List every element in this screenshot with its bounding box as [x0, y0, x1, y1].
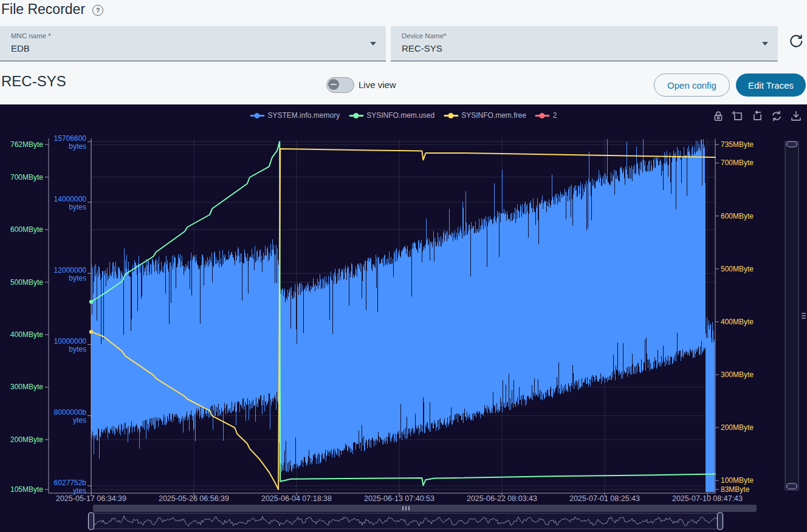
legend-label: SYSTEM.info.memory — [267, 111, 340, 120]
svg-text:83MByte: 83MByte — [721, 485, 750, 494]
vertical-slider-top-handle[interactable] — [787, 142, 797, 147]
svg-text:200MByte: 200MByte — [10, 435, 43, 444]
legend-marker — [349, 115, 363, 117]
svg-text:400MByte: 400MByte — [10, 330, 43, 339]
svg-text:8000000b: 8000000b — [54, 408, 87, 417]
legend-label: SYSINFO.mem.used — [366, 111, 434, 120]
chart-canvas: 762MByte700MByte600MByte500MByte400MByte… — [0, 104, 807, 532]
svg-text:500MByte: 500MByte — [10, 278, 43, 287]
legend-marker — [250, 115, 264, 117]
svg-text:300MByte: 300MByte — [10, 383, 43, 391]
legend-label: SYSINFO.mem.free — [461, 111, 526, 120]
legend-label: 2 — [553, 111, 557, 120]
svg-text:bytes: bytes — [69, 142, 86, 151]
svg-text:2025-07-01 08:25:43: 2025-07-01 08:25:43 — [569, 494, 640, 503]
chart-toolbox — [712, 110, 802, 122]
chart-refresh-icon[interactable] — [771, 110, 783, 122]
refresh-button[interactable] — [788, 33, 804, 49]
legend-item-sysinfo-mem-free[interactable]: SYSINFO.mem.free — [444, 111, 526, 120]
mnc-name-label: MNC name * — [11, 32, 51, 39]
zoom-select-icon[interactable] — [732, 110, 744, 122]
legend-item-system-info-memory[interactable]: SYSTEM.info.memory — [250, 111, 340, 120]
svg-text:105MByte: 105MByte — [10, 485, 43, 494]
svg-text:700MByte: 700MByte — [721, 159, 754, 167]
device-title: REC-SYS — [1, 73, 66, 90]
svg-text:200MByte: 200MByte — [721, 423, 754, 432]
chart-panel: 762MByte700MByte600MByte500MByte400MByte… — [0, 104, 807, 532]
svg-text:2025-07-10 08:47:43: 2025-07-10 08:47:43 — [672, 494, 743, 503]
svg-text:12000000: 12000000 — [54, 266, 87, 275]
svg-text:735MByte: 735MByte — [721, 140, 754, 149]
chevron-down-icon — [370, 42, 376, 46]
svg-text:15706600: 15706600 — [54, 134, 87, 143]
series-system-info-memory — [92, 139, 715, 492]
open-config-button[interactable]: Open config — [654, 73, 730, 97]
device-name-select[interactable]: Device Name* REC-SYS — [391, 26, 778, 61]
download-icon[interactable] — [790, 110, 802, 122]
svg-text:2025-06-22 08:03:43: 2025-06-22 08:03:43 — [467, 494, 537, 503]
chevron-down-icon — [762, 42, 768, 46]
legend-marker — [444, 115, 458, 117]
help-icon[interactable]: ? — [92, 5, 103, 16]
svg-text:14000000: 14000000 — [54, 195, 87, 203]
svg-text:bytes: bytes — [69, 274, 86, 282]
device-name-value: REC-SYS — [402, 43, 442, 53]
edit-traces-button[interactable]: Edit Traces — [736, 73, 806, 97]
svg-text:2025-06-13 07:40:53: 2025-06-13 07:40:53 — [364, 494, 434, 503]
legend-item-2[interactable]: 2 — [535, 111, 557, 120]
navigator-right-handle[interactable] — [718, 513, 723, 530]
svg-text:600MByte: 600MByte — [10, 225, 43, 234]
legend-item-sysinfo-mem-used[interactable]: SYSINFO.mem.used — [349, 111, 434, 120]
zoom-back-icon[interactable] — [751, 110, 763, 122]
mnc-name-value: EDB — [11, 43, 30, 53]
svg-text:400MByte: 400MByte — [721, 318, 754, 326]
vertical-datazoom-slider[interactable] — [785, 142, 798, 490]
svg-text:bytes: bytes — [69, 345, 86, 353]
legend-marker — [535, 115, 550, 117]
svg-text:600MByte: 600MByte — [721, 212, 754, 220]
svg-text:10000000: 10000000 — [54, 337, 87, 346]
svg-text:6027752b: 6027752b — [54, 479, 87, 487]
svg-text:2025-05-26 06:56:39: 2025-05-26 06:56:39 — [159, 494, 229, 503]
refresh-icon — [788, 33, 804, 49]
mnc-name-select[interactable]: MNC name * EDB — [0, 26, 386, 61]
page-title: File Recorder — [1, 1, 85, 18]
horizontal-scrollbar[interactable] — [93, 505, 757, 512]
svg-text:100MByte: 100MByte — [721, 476, 754, 485]
svg-text:ytes: ytes — [73, 486, 86, 495]
chart-legend: SYSTEM.info.memory SYSINFO.mem.used SYSI… — [250, 111, 557, 120]
svg-text:762MByte: 762MByte — [10, 140, 43, 149]
page: File Recorder ? MNC name * EDB Device Na… — [0, 0, 807, 532]
navigator-left-handle[interactable] — [89, 513, 94, 530]
svg-text:ytes: ytes — [73, 416, 86, 425]
panel-grip-icon[interactable] — [802, 313, 806, 318]
toggle-knob-icon — [328, 79, 339, 90]
svg-text:300MByte: 300MByte — [721, 370, 754, 379]
lock-icon[interactable] — [712, 110, 724, 122]
svg-text:700MByte: 700MByte — [10, 173, 43, 182]
datazoom-navigator[interactable] — [89, 513, 723, 530]
svg-text:500MByte: 500MByte — [721, 265, 754, 273]
device-name-label: Device Name* — [402, 32, 447, 39]
live-view-toggle[interactable] — [326, 77, 354, 93]
svg-text:2025-05-17 06:34:39: 2025-05-17 06:34:39 — [56, 494, 126, 503]
vertical-slider-bottom-handle[interactable] — [787, 483, 797, 489]
live-view-label: Live view — [359, 80, 396, 90]
svg-text:bytes: bytes — [69, 203, 86, 211]
svg-text:2025-06-04 07:18:38: 2025-06-04 07:18:38 — [261, 494, 332, 503]
